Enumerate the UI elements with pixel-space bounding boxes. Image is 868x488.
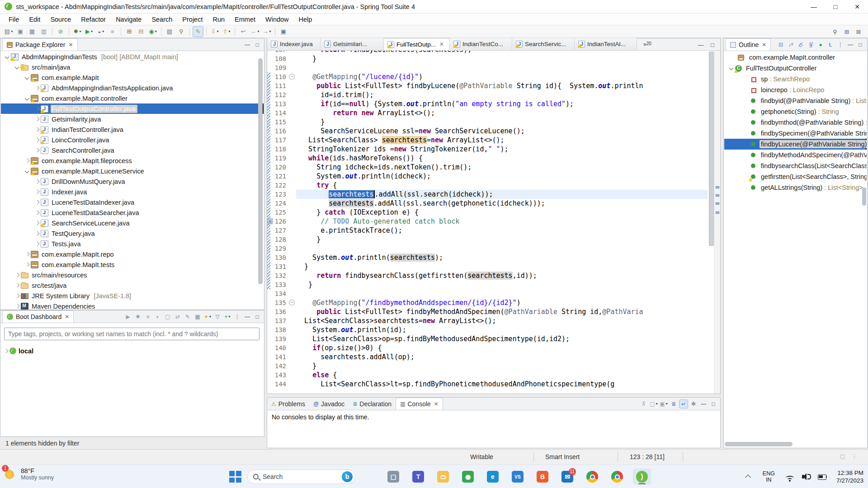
- code-line-109[interactable]: 109: [267, 63, 708, 72]
- outline-item-findbylucene[interactable]: findbyLucene(@PathVariable String) :: [724, 139, 867, 150]
- tree-item-searchservicelucene-java[interactable]: SearchServiceLucene.java: [1, 218, 264, 228]
- outline-item-sp[interactable]: sp : SearchRepo: [724, 74, 867, 84]
- word-wrap-icon[interactable]: ↵: [679, 399, 688, 408]
- wifi-icon[interactable]: [785, 472, 795, 482]
- occurrence-mark[interactable]: [716, 211, 719, 214]
- code-line-132[interactable]: 132 return findbysearchClass(getfirstten…: [267, 271, 708, 280]
- tree-item-searchcontroller-java[interactable]: SearchController.java: [1, 145, 264, 155]
- prev-annotation-dd-icon[interactable]: ⇧▾: [221, 26, 232, 37]
- expander-icon[interactable]: [24, 261, 31, 268]
- language-indicator[interactable]: ENG IN: [763, 470, 775, 483]
- mark-occurrences-icon[interactable]: ✎: [193, 26, 203, 37]
- settings-gear-icon[interactable]: ✽: [689, 399, 698, 408]
- expander-icon[interactable]: [33, 199, 41, 206]
- package-explorer-scrollbar[interactable]: [258, 58, 263, 284]
- tree-item-src-main-resources[interactable]: src/main/resources: [1, 270, 264, 280]
- weather-widget[interactable]: 1 88°F Mostly sunny: [4, 467, 54, 481]
- restart-icon[interactable]: ◐: [153, 312, 162, 321]
- sort-icon[interactable]: ↓ᵃ: [786, 40, 795, 49]
- code-line-117[interactable]: 117 List<SearchClass> searchtests=new Ar…: [267, 136, 708, 145]
- code-line-134[interactable]: 134: [267, 289, 708, 298]
- view-menu-icon[interactable]: ⋮: [233, 312, 242, 321]
- new-class-dd-icon[interactable]: ◉▾: [147, 26, 158, 37]
- console-tab-javadoc[interactable]: @Javadoc: [309, 398, 349, 410]
- maximize-icon[interactable]: □: [709, 399, 718, 408]
- battery-icon[interactable]: [817, 472, 827, 482]
- code-line-136[interactable]: 136 public List<FullTest> findbyMethodAn…: [267, 307, 708, 316]
- expander-icon[interactable]: [33, 240, 41, 248]
- code-line-108[interactable]: 108 }: [267, 54, 708, 63]
- code-line-123[interactable]: 123 searchtests.addAll(ssl.search(idchec…: [267, 190, 708, 199]
- pin-console-icon[interactable]: ⊼: [639, 399, 648, 408]
- open-perspective-icon[interactable]: ⊠: [853, 26, 864, 37]
- code-line-128[interactable]: 128 }: [267, 235, 708, 244]
- forward-dd-icon[interactable]: →▾: [261, 26, 272, 37]
- outline-item-getfirstten[interactable]: getfirstten(List<SearchClass>, String) :: [724, 171, 867, 182]
- new-wizard-dd-icon[interactable]: ▤▾: [3, 26, 14, 37]
- menu-edit[interactable]: Edit: [24, 15, 45, 24]
- hide-local-types-icon[interactable]: Ł: [826, 40, 835, 49]
- print-icon[interactable]: ▥: [38, 26, 49, 37]
- tree-item-indexer-java[interactable]: Indexer.java: [1, 187, 264, 197]
- tree-item-jre-system-library[interactable]: JRE System Library[JavaSE-1.8]: [1, 291, 264, 301]
- code-line-116[interactable]: 116 SearchServiceLucene ssl=new SearchSe…: [267, 127, 708, 136]
- menu-project[interactable]: Project: [177, 15, 208, 24]
- code-line-124[interactable]: 124 searchtests.addAll(ssl.search(getpho…: [267, 199, 708, 208]
- expander-icon[interactable]: [24, 251, 31, 258]
- expander-icon[interactable]: [33, 136, 41, 144]
- editor-tab-fulltestoutp-[interactable]: FullTestOutp...✕: [384, 38, 450, 50]
- taskbar-app-teams[interactable]: T: [409, 469, 427, 485]
- next-annotation-dd-icon[interactable]: ⇩▾: [209, 26, 220, 37]
- tree-item-lucenetestdatasearcher-java[interactable]: LuceneTestDataSearcher.java: [1, 207, 264, 218]
- add-dd-icon[interactable]: +▾: [223, 312, 232, 321]
- code-line-129[interactable]: 129: [267, 244, 708, 253]
- expander-icon[interactable]: [14, 292, 21, 300]
- occurrence-mark[interactable]: [716, 202, 719, 205]
- scroll-lock-icon[interactable]: ≣: [669, 399, 678, 408]
- maximize-editor-icon[interactable]: □: [707, 39, 718, 50]
- menu-window[interactable]: Window: [260, 15, 294, 24]
- status-bar-icon[interactable]: ▢: [840, 453, 845, 460]
- editor-tab-indexer-java[interactable]: Indexer.java: [267, 38, 321, 50]
- outline-item-findbyspecimen[interactable]: findbySpecimen(@PathVariable String: [724, 128, 867, 139]
- overview-ruler[interactable]: [714, 51, 720, 394]
- fold-collapse-icon[interactable]: [288, 298, 296, 307]
- menu-navigate[interactable]: Navigate: [111, 15, 146, 24]
- outline-hscrollbar[interactable]: [725, 442, 793, 446]
- hide-static-icon[interactable]: §̸: [806, 40, 815, 49]
- boot-dashboard-tab[interactable]: Boot Dashboard ✕: [2, 310, 74, 323]
- editor-tab-indiantestal-[interactable]: IndianTestAl...: [575, 38, 637, 50]
- tree-item-maven-dependencies[interactable]: Maven Dependencies: [1, 301, 264, 310]
- search-flashlight-icon[interactable]: ⚲: [176, 26, 187, 37]
- profile-dd-icon[interactable]: ◒▾: [95, 26, 106, 37]
- code-line-111[interactable]: 111 public List<FullTest> findbyLucene(@…: [267, 81, 708, 90]
- outline-item-getallstrings[interactable]: getALLstrings(String) : List<String>: [724, 182, 867, 193]
- expander-icon[interactable]: [33, 84, 41, 92]
- code-line-139[interactable]: 139 List<SearchClass>op=sp.findByMethodu…: [267, 334, 708, 343]
- minimize-icon[interactable]: —: [699, 399, 708, 408]
- console-tab-problems[interactable]: ⚠Problems: [267, 398, 309, 410]
- menu-search[interactable]: Search: [146, 15, 177, 24]
- taskbar-app-chrome-2[interactable]: [608, 469, 626, 485]
- new-package-icon[interactable]: ⊟: [136, 26, 146, 37]
- taskbar-app-mail[interactable]: ✉11: [558, 469, 576, 485]
- tree-item-abdmmappingindiantestsapplication-java[interactable]: AbdmMappingIndianTestsApplication.java: [1, 83, 264, 93]
- open-console-dd-icon[interactable]: ▣▾: [659, 399, 668, 408]
- outline-item-loincrepo[interactable]: loincrepo : LoincRepo: [724, 84, 867, 95]
- tree-item-com-example-mapit-luceneservice[interactable]: com.example.MapIt.LuceneService: [1, 166, 264, 176]
- taskbar-app-file-explorer[interactable]: 🗀: [434, 469, 452, 485]
- code-line-119[interactable]: 119 while(ids.hasMoreTokens()) {: [267, 154, 708, 163]
- menu-refactor[interactable]: Refactor: [76, 15, 111, 24]
- code-line-121[interactable]: 121 System.out.println(idcheck);: [267, 172, 708, 181]
- code-line-125[interactable]: 125 } catch (IOException e) {: [267, 208, 708, 217]
- expander-icon[interactable]: [24, 74, 31, 81]
- code-line-133[interactable]: 133 }: [267, 280, 708, 289]
- minimize-icon[interactable]: —: [243, 312, 252, 321]
- expander-icon[interactable]: [33, 230, 41, 237]
- taskbar-app-window-app[interactable]: ▢: [384, 469, 402, 485]
- menu-file[interactable]: File: [4, 15, 24, 24]
- save-icon[interactable]: ▣: [15, 26, 26, 37]
- start-button[interactable]: [228, 469, 242, 484]
- outline-item-findbymthod[interactable]: findbymthod(@PathVariable String) : Li: [724, 117, 867, 128]
- tree-item-drilldownmustquery-java[interactable]: DrillDownMustQuery.java: [1, 176, 264, 187]
